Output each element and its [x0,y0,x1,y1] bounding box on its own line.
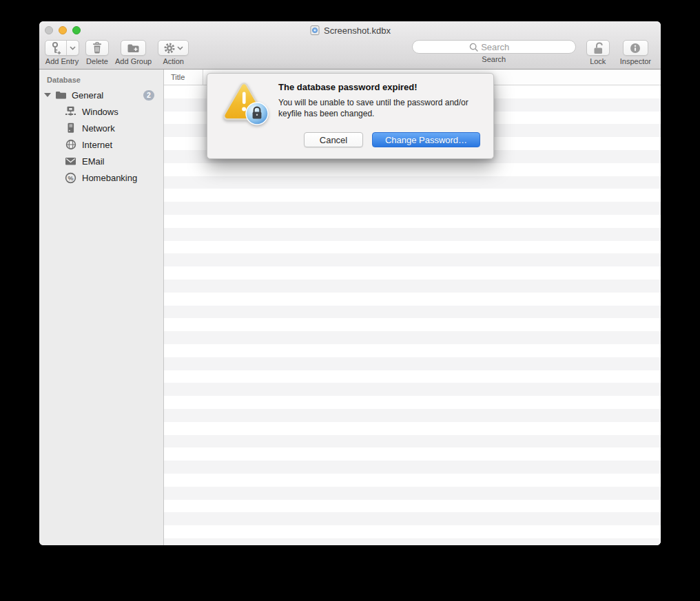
action-button[interactable] [158,40,189,56]
add-entry-button[interactable] [45,41,66,55]
add-entry-label: Add Entry [45,57,79,65]
folder-icon [55,90,67,100]
sidebar-item-internet[interactable]: Internet [39,136,163,153]
sidebar-item-windows[interactable]: Windows [39,103,163,120]
zoom-button[interactable] [72,26,81,34]
sidebar-item-label: Internet [82,140,112,150]
sidebar-item-label: EMail [82,156,105,167]
open-padlock-icon [592,41,604,54]
info-icon [630,43,641,54]
password-expired-dialog: The database password expired! You will … [207,73,494,159]
minimize-button[interactable] [59,26,67,34]
dialog-title: The database password expired! [278,82,418,92]
lock-label: Lock [590,57,606,65]
column-header-label: Title [171,73,185,81]
disclosure-triangle-icon[interactable] [44,93,51,97]
sidebar: Database General 2 [39,70,164,545]
sidebar-item-label: Network [82,123,115,134]
toolbar-item-inspector: Inspector [620,40,651,65]
inspector-button[interactable] [623,40,648,56]
traffic-lights [45,26,81,34]
add-entry-dropdown-button[interactable] [66,41,79,55]
key-plus-icon [50,41,62,55]
document-proxy-icon[interactable] [309,25,320,36]
dialog-message: You will be unable to save until the pas… [278,97,486,119]
window-title: Screenshot.kdbx [324,25,391,36]
sidebar-item-label: Windows [82,107,119,117]
toolbar-item-delete: Delete [85,40,109,65]
cancel-button[interactable]: Cancel [304,132,363,147]
sidebar-item-general[interactable]: General 2 [39,87,163,103]
gear-icon [164,43,175,54]
toolbar-item-lock: Lock [586,40,610,65]
server-icon [65,123,76,134]
change-password-button[interactable]: Change Password… [372,132,480,147]
entry-count-badge: 2 [143,90,154,101]
chevron-down-icon [70,46,76,50]
column-separator [203,70,203,85]
workgroup-icon [65,106,76,117]
search-label: Search [482,55,506,63]
search-field[interactable] [412,40,576,54]
window-chrome: Screenshot.kdbx [39,21,661,70]
warning-triangle-lock-icon [221,81,272,127]
toolbar-item-add-group: Add Group [115,40,152,65]
toolbar-item-add-entry: Add Entry [45,40,79,65]
toolbar-item-search: Search [412,40,576,65]
sidebar-item-email[interactable]: EMail [39,153,163,169]
sidebar-item-label: General [72,90,103,101]
delete-button[interactable] [85,40,109,56]
action-label: Action [163,57,184,65]
svg-text:%: % [68,174,73,181]
inspector-label: Inspector [620,57,651,65]
trash-icon [92,41,103,54]
add-group-label: Add Group [115,57,152,65]
toolbar-item-action: Action [158,40,189,65]
add-group-button[interactable] [121,40,146,56]
sidebar-section-header: Database [39,70,163,87]
folder-plus-icon [127,43,140,54]
delete-label: Delete [86,57,108,65]
search-input[interactable] [413,41,578,53]
globe-icon [65,139,76,150]
percent-icon: % [65,172,76,184]
close-button[interactable] [45,26,53,34]
sidebar-item-label: Homebanking [82,173,137,183]
sidebar-item-homebanking[interactable]: % Homebanking [39,169,163,186]
chevron-down-icon [177,46,183,50]
envelope-icon [65,156,76,166]
sidebar-item-network[interactable]: Network [39,120,163,136]
lock-button[interactable] [586,40,610,56]
